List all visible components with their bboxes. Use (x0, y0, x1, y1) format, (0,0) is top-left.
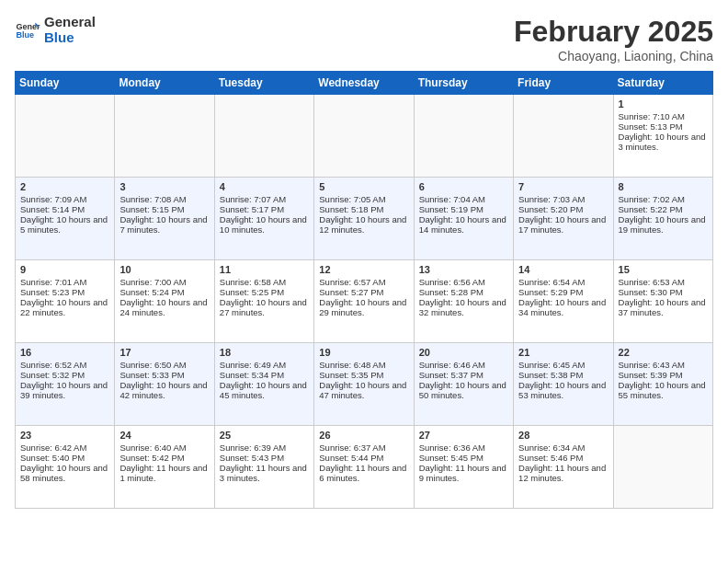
day-info: Daylight: 10 hours and 37 minutes. (619, 297, 708, 317)
day-number: 21 (518, 347, 608, 358)
calendar-cell: 13Sunrise: 6:56 AMSunset: 5:28 PMDayligh… (414, 260, 513, 343)
day-info: Daylight: 10 hours and 14 minutes. (419, 214, 508, 235)
day-info: Sunrise: 6:43 AM (619, 360, 708, 370)
day-info: Sunset: 5:40 PM (20, 453, 109, 463)
calendar-cell: 23Sunrise: 6:42 AMSunset: 5:40 PMDayligh… (16, 426, 115, 509)
calendar-header-row: SundayMondayTuesdayWednesdayThursdayFrid… (16, 72, 713, 95)
day-info: Daylight: 11 hours and 3 minutes. (220, 463, 309, 483)
day-info: Sunset: 5:43 PM (220, 453, 309, 463)
day-info: Sunrise: 7:04 AM (419, 194, 508, 204)
day-info: Daylight: 10 hours and 22 minutes. (20, 297, 109, 317)
day-info: Daylight: 10 hours and 29 minutes. (319, 297, 408, 317)
calendar-cell: 26Sunrise: 6:37 AMSunset: 5:44 PMDayligh… (314, 426, 414, 509)
calendar-cell: 3Sunrise: 7:08 AMSunset: 5:15 PMDaylight… (115, 178, 214, 260)
day-info: Sunset: 5:29 PM (518, 287, 608, 297)
day-info: Daylight: 10 hours and 47 minutes. (319, 380, 408, 400)
calendar-cell: 10Sunrise: 7:00 AMSunset: 5:24 PMDayligh… (115, 260, 214, 343)
day-info: Sunset: 5:17 PM (220, 204, 309, 214)
logo: General Blue General Blue (15, 15, 96, 45)
day-info: Sunrise: 6:40 AM (119, 442, 209, 453)
day-info: Sunset: 5:32 PM (20, 370, 109, 380)
day-info: Sunset: 5:35 PM (319, 370, 408, 380)
calendar-cell (613, 426, 712, 509)
day-info: Sunrise: 6:42 AM (20, 442, 109, 453)
day-info: Daylight: 10 hours and 39 minutes. (20, 380, 109, 400)
day-number: 3 (119, 181, 209, 192)
day-number: 15 (619, 264, 708, 275)
calendar-cell: 25Sunrise: 6:39 AMSunset: 5:43 PMDayligh… (214, 426, 313, 509)
day-info: Sunset: 5:19 PM (419, 204, 508, 214)
day-number: 12 (319, 264, 408, 275)
calendar-cell (214, 95, 313, 178)
calendar-cell: 2Sunrise: 7:09 AMSunset: 5:14 PMDaylight… (16, 178, 115, 260)
page-header: General Blue General Blue February 2025 … (15, 15, 713, 63)
day-info: Sunset: 5:18 PM (319, 204, 408, 214)
svg-text:General: General (16, 21, 40, 30)
day-info: Sunset: 5:20 PM (518, 204, 608, 214)
day-info: Daylight: 11 hours and 6 minutes. (319, 463, 408, 483)
calendar-cell: 24Sunrise: 6:40 AMSunset: 5:42 PMDayligh… (115, 426, 214, 509)
day-number: 23 (20, 430, 109, 441)
calendar-cell (115, 95, 214, 178)
day-info: Sunrise: 6:48 AM (319, 360, 408, 370)
calendar-cell: 21Sunrise: 6:45 AMSunset: 5:38 PMDayligh… (514, 343, 613, 426)
day-info: Sunrise: 6:49 AM (220, 360, 309, 370)
day-number: 10 (119, 264, 209, 275)
calendar-cell: 11Sunrise: 6:58 AMSunset: 5:25 PMDayligh… (214, 260, 313, 343)
calendar-cell: 6Sunrise: 7:04 AMSunset: 5:19 PMDaylight… (414, 178, 513, 260)
day-info: Sunrise: 7:01 AM (20, 277, 109, 287)
calendar-cell: 17Sunrise: 6:50 AMSunset: 5:33 PMDayligh… (115, 343, 214, 426)
day-info: Daylight: 10 hours and 55 minutes. (619, 380, 708, 400)
calendar-cell: 14Sunrise: 6:54 AMSunset: 5:29 PMDayligh… (514, 260, 613, 343)
day-info: Daylight: 10 hours and 19 minutes. (619, 214, 708, 235)
day-info: Sunrise: 6:50 AM (119, 360, 209, 370)
day-number: 13 (419, 264, 508, 275)
calendar-cell (514, 95, 613, 178)
day-info: Sunset: 5:44 PM (319, 453, 408, 463)
calendar-week-row: 9Sunrise: 7:01 AMSunset: 5:23 PMDaylight… (16, 260, 713, 343)
day-info: Sunrise: 6:45 AM (518, 360, 608, 370)
day-info: Sunrise: 6:34 AM (518, 442, 608, 453)
day-number: 5 (319, 181, 408, 192)
day-info: Sunset: 5:28 PM (419, 287, 508, 297)
calendar-cell: 9Sunrise: 7:01 AMSunset: 5:23 PMDaylight… (16, 260, 115, 343)
calendar-week-row: 2Sunrise: 7:09 AMSunset: 5:14 PMDaylight… (16, 178, 713, 260)
day-info: Sunset: 5:46 PM (518, 453, 608, 463)
day-number: 26 (319, 430, 408, 441)
day-info: Sunset: 5:42 PM (119, 453, 209, 463)
day-info: Sunset: 5:14 PM (20, 204, 109, 214)
day-info: Sunrise: 7:03 AM (518, 194, 608, 204)
calendar-cell: 27Sunrise: 6:36 AMSunset: 5:45 PMDayligh… (414, 426, 513, 509)
calendar-week-row: 1Sunrise: 7:10 AMSunset: 5:13 PMDaylight… (16, 95, 713, 178)
location: Chaoyang, Liaoning, China (514, 49, 713, 63)
day-number: 2 (20, 181, 109, 192)
day-info: Daylight: 10 hours and 27 minutes. (220, 297, 309, 317)
logo-text-line1: General (44, 15, 96, 30)
month-title: February 2025 (514, 15, 713, 49)
day-info: Daylight: 10 hours and 17 minutes. (518, 214, 608, 235)
day-info: Daylight: 10 hours and 7 minutes. (119, 214, 209, 235)
svg-text:Blue: Blue (16, 30, 34, 40)
calendar-cell (16, 95, 115, 178)
day-number: 4 (220, 181, 309, 192)
weekday-header: Thursday (414, 72, 513, 95)
day-info: Sunrise: 7:10 AM (619, 111, 708, 121)
day-info: Sunrise: 6:46 AM (419, 360, 508, 370)
day-info: Daylight: 10 hours and 24 minutes. (119, 297, 209, 317)
calendar-cell: 19Sunrise: 6:48 AMSunset: 5:35 PMDayligh… (314, 343, 414, 426)
day-number: 7 (518, 181, 608, 192)
day-number: 11 (220, 264, 309, 275)
day-info: Daylight: 10 hours and 32 minutes. (419, 297, 508, 317)
calendar-cell: 8Sunrise: 7:02 AMSunset: 5:22 PMDaylight… (613, 178, 712, 260)
day-info: Daylight: 10 hours and 42 minutes. (119, 380, 209, 400)
day-number: 24 (119, 430, 209, 441)
day-info: Sunset: 5:39 PM (619, 370, 708, 380)
day-info: Sunset: 5:13 PM (619, 121, 708, 132)
day-info: Sunrise: 6:56 AM (419, 277, 508, 287)
day-info: Sunrise: 7:05 AM (319, 194, 408, 204)
calendar-cell: 5Sunrise: 7:05 AMSunset: 5:18 PMDaylight… (314, 178, 414, 260)
calendar-cell: 12Sunrise: 6:57 AMSunset: 5:27 PMDayligh… (314, 260, 414, 343)
day-number: 19 (319, 347, 408, 358)
day-info: Sunrise: 7:07 AM (220, 194, 309, 204)
day-info: Sunrise: 7:02 AM (619, 194, 708, 204)
